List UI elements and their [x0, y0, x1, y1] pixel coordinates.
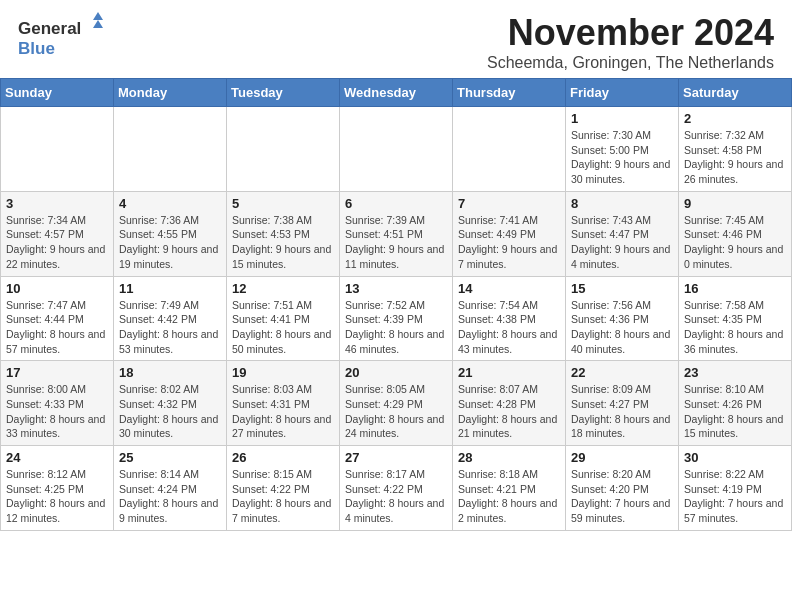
day-info: Sunrise: 8:17 AM Sunset: 4:22 PM Dayligh… — [345, 467, 447, 526]
day-number: 12 — [232, 281, 334, 296]
day-number: 3 — [6, 196, 108, 211]
svg-marker-3 — [93, 20, 103, 28]
calendar-week-4: 17Sunrise: 8:00 AM Sunset: 4:33 PM Dayli… — [1, 361, 792, 446]
calendar-cell: 13Sunrise: 7:52 AM Sunset: 4:39 PM Dayli… — [340, 276, 453, 361]
day-number: 7 — [458, 196, 560, 211]
day-info: Sunrise: 7:56 AM Sunset: 4:36 PM Dayligh… — [571, 298, 673, 357]
day-number: 15 — [571, 281, 673, 296]
day-info: Sunrise: 8:00 AM Sunset: 4:33 PM Dayligh… — [6, 382, 108, 441]
calendar-cell: 1Sunrise: 7:30 AM Sunset: 5:00 PM Daylig… — [566, 107, 679, 192]
day-info: Sunrise: 7:51 AM Sunset: 4:41 PM Dayligh… — [232, 298, 334, 357]
calendar-week-3: 10Sunrise: 7:47 AM Sunset: 4:44 PM Dayli… — [1, 276, 792, 361]
day-number: 5 — [232, 196, 334, 211]
calendar-cell — [453, 107, 566, 192]
weekday-header-thursday: Thursday — [453, 79, 566, 107]
day-info: Sunrise: 8:18 AM Sunset: 4:21 PM Dayligh… — [458, 467, 560, 526]
day-info: Sunrise: 8:05 AM Sunset: 4:29 PM Dayligh… — [345, 382, 447, 441]
day-info: Sunrise: 7:32 AM Sunset: 4:58 PM Dayligh… — [684, 128, 786, 187]
day-number: 22 — [571, 365, 673, 380]
calendar-header: SundayMondayTuesdayWednesdayThursdayFrid… — [1, 79, 792, 107]
weekday-header-monday: Monday — [114, 79, 227, 107]
calendar-cell: 2Sunrise: 7:32 AM Sunset: 4:58 PM Daylig… — [679, 107, 792, 192]
day-number: 2 — [684, 111, 786, 126]
day-number: 11 — [119, 281, 221, 296]
title-block: November 2024 Scheemda, Groningen, The N… — [487, 12, 774, 72]
day-info: Sunrise: 7:58 AM Sunset: 4:35 PM Dayligh… — [684, 298, 786, 357]
day-info: Sunrise: 7:45 AM Sunset: 4:46 PM Dayligh… — [684, 213, 786, 272]
day-info: Sunrise: 8:12 AM Sunset: 4:25 PM Dayligh… — [6, 467, 108, 526]
calendar-cell: 29Sunrise: 8:20 AM Sunset: 4:20 PM Dayli… — [566, 446, 679, 531]
calendar-cell: 21Sunrise: 8:07 AM Sunset: 4:28 PM Dayli… — [453, 361, 566, 446]
logo: General Blue — [18, 12, 108, 62]
day-number: 21 — [458, 365, 560, 380]
day-info: Sunrise: 8:14 AM Sunset: 4:24 PM Dayligh… — [119, 467, 221, 526]
calendar-cell — [340, 107, 453, 192]
day-info: Sunrise: 8:09 AM Sunset: 4:27 PM Dayligh… — [571, 382, 673, 441]
day-number: 10 — [6, 281, 108, 296]
day-number: 20 — [345, 365, 447, 380]
day-number: 28 — [458, 450, 560, 465]
day-info: Sunrise: 7:34 AM Sunset: 4:57 PM Dayligh… — [6, 213, 108, 272]
day-number: 1 — [571, 111, 673, 126]
calendar-cell: 26Sunrise: 8:15 AM Sunset: 4:22 PM Dayli… — [227, 446, 340, 531]
day-number: 29 — [571, 450, 673, 465]
day-number: 25 — [119, 450, 221, 465]
day-number: 8 — [571, 196, 673, 211]
calendar-week-5: 24Sunrise: 8:12 AM Sunset: 4:25 PM Dayli… — [1, 446, 792, 531]
day-info: Sunrise: 7:47 AM Sunset: 4:44 PM Dayligh… — [6, 298, 108, 357]
calendar-cell: 27Sunrise: 8:17 AM Sunset: 4:22 PM Dayli… — [340, 446, 453, 531]
day-info: Sunrise: 8:02 AM Sunset: 4:32 PM Dayligh… — [119, 382, 221, 441]
calendar-cell: 8Sunrise: 7:43 AM Sunset: 4:47 PM Daylig… — [566, 191, 679, 276]
svg-text:Blue: Blue — [18, 39, 55, 58]
calendar-cell: 16Sunrise: 7:58 AM Sunset: 4:35 PM Dayli… — [679, 276, 792, 361]
weekday-header-wednesday: Wednesday — [340, 79, 453, 107]
calendar-body: 1Sunrise: 7:30 AM Sunset: 5:00 PM Daylig… — [1, 107, 792, 531]
day-number: 13 — [345, 281, 447, 296]
day-number: 16 — [684, 281, 786, 296]
weekday-header-friday: Friday — [566, 79, 679, 107]
day-info: Sunrise: 7:36 AM Sunset: 4:55 PM Dayligh… — [119, 213, 221, 272]
day-info: Sunrise: 7:38 AM Sunset: 4:53 PM Dayligh… — [232, 213, 334, 272]
day-number: 9 — [684, 196, 786, 211]
day-info: Sunrise: 8:03 AM Sunset: 4:31 PM Dayligh… — [232, 382, 334, 441]
calendar-cell: 9Sunrise: 7:45 AM Sunset: 4:46 PM Daylig… — [679, 191, 792, 276]
calendar-cell: 30Sunrise: 8:22 AM Sunset: 4:19 PM Dayli… — [679, 446, 792, 531]
calendar-week-2: 3Sunrise: 7:34 AM Sunset: 4:57 PM Daylig… — [1, 191, 792, 276]
day-info: Sunrise: 8:07 AM Sunset: 4:28 PM Dayligh… — [458, 382, 560, 441]
calendar-cell — [1, 107, 114, 192]
svg-text:General: General — [18, 19, 81, 38]
calendar-cell: 5Sunrise: 7:38 AM Sunset: 4:53 PM Daylig… — [227, 191, 340, 276]
day-info: Sunrise: 7:39 AM Sunset: 4:51 PM Dayligh… — [345, 213, 447, 272]
calendar-cell: 6Sunrise: 7:39 AM Sunset: 4:51 PM Daylig… — [340, 191, 453, 276]
day-info: Sunrise: 7:49 AM Sunset: 4:42 PM Dayligh… — [119, 298, 221, 357]
day-number: 23 — [684, 365, 786, 380]
calendar-cell: 17Sunrise: 8:00 AM Sunset: 4:33 PM Dayli… — [1, 361, 114, 446]
calendar-cell — [227, 107, 340, 192]
page-header: General Blue November 2024 Scheemda, Gro… — [0, 0, 792, 78]
calendar-cell: 10Sunrise: 7:47 AM Sunset: 4:44 PM Dayli… — [1, 276, 114, 361]
day-number: 4 — [119, 196, 221, 211]
day-info: Sunrise: 7:43 AM Sunset: 4:47 PM Dayligh… — [571, 213, 673, 272]
day-number: 24 — [6, 450, 108, 465]
calendar-cell: 3Sunrise: 7:34 AM Sunset: 4:57 PM Daylig… — [1, 191, 114, 276]
day-number: 18 — [119, 365, 221, 380]
day-info: Sunrise: 7:52 AM Sunset: 4:39 PM Dayligh… — [345, 298, 447, 357]
calendar-cell: 4Sunrise: 7:36 AM Sunset: 4:55 PM Daylig… — [114, 191, 227, 276]
calendar-cell: 15Sunrise: 7:56 AM Sunset: 4:36 PM Dayli… — [566, 276, 679, 361]
weekday-row: SundayMondayTuesdayWednesdayThursdayFrid… — [1, 79, 792, 107]
day-number: 17 — [6, 365, 108, 380]
calendar-cell: 7Sunrise: 7:41 AM Sunset: 4:49 PM Daylig… — [453, 191, 566, 276]
day-number: 27 — [345, 450, 447, 465]
location-subtitle: Scheemda, Groningen, The Netherlands — [487, 54, 774, 72]
calendar-cell: 19Sunrise: 8:03 AM Sunset: 4:31 PM Dayli… — [227, 361, 340, 446]
calendar-cell: 14Sunrise: 7:54 AM Sunset: 4:38 PM Dayli… — [453, 276, 566, 361]
day-number: 14 — [458, 281, 560, 296]
day-info: Sunrise: 7:30 AM Sunset: 5:00 PM Dayligh… — [571, 128, 673, 187]
day-number: 6 — [345, 196, 447, 211]
day-info: Sunrise: 8:15 AM Sunset: 4:22 PM Dayligh… — [232, 467, 334, 526]
day-info: Sunrise: 8:20 AM Sunset: 4:20 PM Dayligh… — [571, 467, 673, 526]
day-number: 26 — [232, 450, 334, 465]
weekday-header-saturday: Saturday — [679, 79, 792, 107]
weekday-header-sunday: Sunday — [1, 79, 114, 107]
calendar-cell: 11Sunrise: 7:49 AM Sunset: 4:42 PM Dayli… — [114, 276, 227, 361]
